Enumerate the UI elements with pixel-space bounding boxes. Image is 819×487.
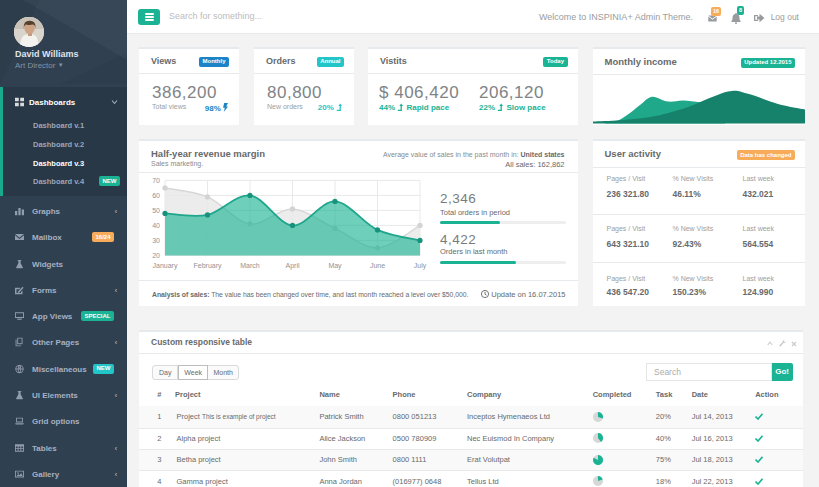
svg-text:March: March [240,262,260,269]
svg-text:60: 60 [152,192,160,199]
svg-text:May: May [328,262,342,270]
svg-text:30: 30 [152,237,160,244]
svg-text:50: 50 [152,207,160,214]
svg-text:20: 20 [152,252,160,259]
svg-text:January: January [153,262,178,270]
svg-text:70: 70 [152,177,160,184]
svg-text:July: July [414,262,427,270]
svg-text:February: February [193,262,222,270]
svg-text:April: April [285,262,299,270]
svg-text:June: June [370,262,385,269]
svg-text:40: 40 [152,222,160,229]
